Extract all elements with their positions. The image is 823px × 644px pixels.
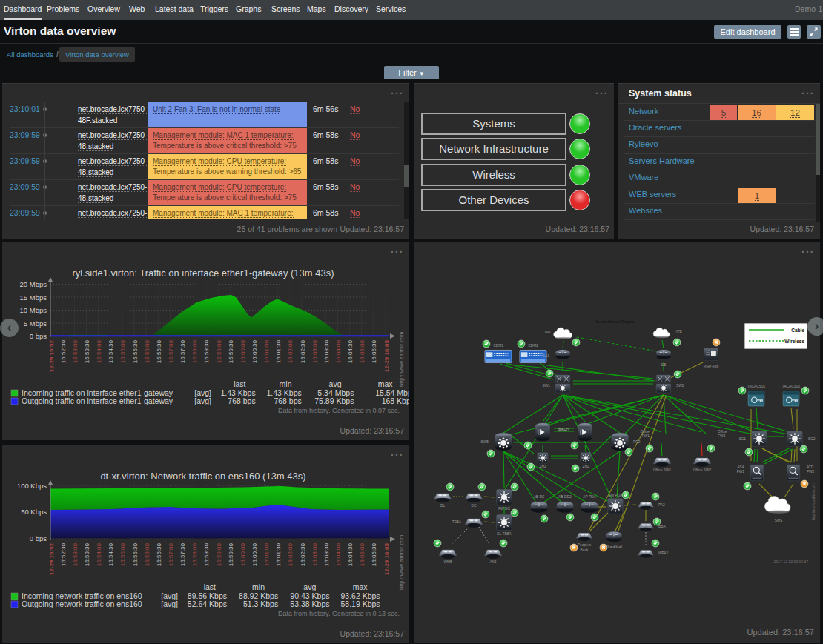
svg-text:16:04:30: 16:04:30 xyxy=(347,339,354,363)
svg-text:51.3 Kbps: 51.3 Kbps xyxy=(243,600,278,608)
svg-text:15 Mbps: 15 Mbps xyxy=(20,293,47,302)
svg-text:15:59:30: 15:59:30 xyxy=(228,542,234,566)
svg-text:15:57:30: 15:57:30 xyxy=(179,339,186,363)
svg-text:768 bps: 768 bps xyxy=(228,396,255,405)
svg-text:15:54:30: 15:54:30 xyxy=(108,339,114,363)
svg-text:SW2: SW2 xyxy=(676,384,684,388)
svg-text:AP PDA: AP PDA xyxy=(583,495,596,499)
svg-text:AB DC: AB DC xyxy=(534,495,545,499)
svg-text:TACACS01: TACACS01 xyxy=(747,385,766,388)
svg-text:Rser-App: Rser-App xyxy=(704,365,719,368)
svg-text:15:54:00: 15:54:00 xyxy=(96,339,102,363)
svg-text:53.38 Kbps: 53.38 Kbps xyxy=(290,600,329,608)
svg-text:20 Mbps: 20 Mbps xyxy=(20,280,47,288)
svg-text:min: min xyxy=(252,582,265,591)
svg-text:PR2: PR2 xyxy=(633,440,641,444)
svg-text:12-29 15:52: 12-29 15:52 xyxy=(48,542,55,575)
svg-text:Overall Network Diagram: Overall Network Diagram xyxy=(595,320,635,324)
svg-text:http://www.zabbix.com: http://www.zabbix.com xyxy=(398,534,405,590)
svg-text:SA1: SA1 xyxy=(543,354,549,358)
svg-text:15:59:00: 15:59:00 xyxy=(216,542,222,566)
svg-text:15:55:30: 15:55:30 xyxy=(132,542,139,566)
svg-text:min: min xyxy=(280,379,292,388)
svg-text:16:00:00: 16:00:00 xyxy=(239,542,246,566)
svg-text:SC2: SC2 xyxy=(808,437,816,441)
svg-text:75.89 Kbps: 75.89 Kbps xyxy=(314,396,354,405)
svg-text:16:04:30: 16:04:30 xyxy=(347,542,354,566)
svg-text:SMS: SMS xyxy=(775,519,782,522)
svg-text:FW DC: FW DC xyxy=(498,507,510,511)
svg-text:SB: SB xyxy=(661,363,666,367)
svg-text:15:56:30: 15:56:30 xyxy=(156,339,162,363)
svg-text:Outgoing network traffic on en: Outgoing network traffic on ens160 xyxy=(22,600,142,608)
svg-text:16:05:30: 16:05:30 xyxy=(371,339,377,363)
svg-text:16:05:30: 16:05:30 xyxy=(371,542,377,566)
svg-text:15:55:30: 15:55:30 xyxy=(132,339,139,363)
svg-text:Office: Office xyxy=(718,430,727,434)
svg-text:16:01:00: 16:01:00 xyxy=(263,542,270,566)
svg-text:15:55:00: 15:55:00 xyxy=(119,542,126,566)
svg-text:PA2: PA2 xyxy=(658,503,665,507)
svg-text:CDM2: CDM2 xyxy=(528,344,538,348)
svg-text:16:02:00: 16:02:00 xyxy=(287,339,294,363)
svg-text:15:57:30: 15:57:30 xyxy=(179,542,186,566)
svg-text:16:00:30: 16:00:30 xyxy=(251,542,258,566)
svg-text:ASA: ASA xyxy=(737,465,744,469)
svg-text:ZH1: ZH1 xyxy=(539,465,546,468)
svg-text:16:05:00: 16:05:00 xyxy=(359,542,366,566)
svg-text:15:56:30: 15:56:30 xyxy=(156,542,162,566)
svg-text:avg: avg xyxy=(329,379,342,388)
svg-text:15:58:30: 15:58:30 xyxy=(203,339,210,363)
svg-text:16:03:30: 16:03:30 xyxy=(323,542,330,566)
svg-text:768 bps: 768 bps xyxy=(274,396,301,405)
svg-text:WM5: WM5 xyxy=(443,560,452,564)
svg-text:16:01:30: 16:01:30 xyxy=(275,339,282,363)
svg-text:ATD: ATD xyxy=(807,465,814,469)
svg-text:15:58:00: 15:58:00 xyxy=(191,542,198,566)
svg-text:16:05:00: 16:05:00 xyxy=(359,339,366,363)
svg-text:BAC2: BAC2 xyxy=(558,428,567,431)
svg-text:People's: People's xyxy=(578,543,592,547)
svg-text:TD5A: TD5A xyxy=(452,520,462,524)
svg-text:last: last xyxy=(204,582,216,591)
svg-text:dt-xr.virton: Network traffic: dt-xr.virton: Network traffic on ens160 … xyxy=(100,471,305,482)
svg-text:58.19 Kbps: 58.19 Kbps xyxy=(340,600,380,608)
svg-text:ZH2: ZH2 xyxy=(582,465,589,468)
svg-text:100 Kbps: 100 Kbps xyxy=(17,482,47,490)
svg-text:16:03:30: 16:03:30 xyxy=(323,339,330,363)
svg-text:Office SW2: Office SW2 xyxy=(693,468,712,472)
svg-text:FW2: FW2 xyxy=(718,434,725,438)
svg-text:12-29 15:52: 12-29 15:52 xyxy=(48,339,55,372)
svg-text:16:01:00: 16:01:00 xyxy=(263,339,270,363)
svg-text:16:04:00: 16:04:00 xyxy=(335,542,342,566)
svg-text:[avg]: [avg] xyxy=(194,396,211,405)
svg-text:16:02:30: 16:02:30 xyxy=(300,339,306,363)
svg-text:16:03:00: 16:03:00 xyxy=(311,542,318,566)
svg-text:http://www.zabbix.com: http://www.zabbix.com xyxy=(398,331,405,387)
svg-text:Data from history. Generated: Data from history. Generated in 0.07 sec… xyxy=(278,407,400,414)
svg-text:15:58:30: 15:58:30 xyxy=(203,542,210,566)
svg-text:0 bps: 0 bps xyxy=(30,534,47,542)
svg-text:15:57:00: 15:57:00 xyxy=(168,542,174,566)
svg-text:Wireless: Wireless xyxy=(784,339,804,344)
svg-text:15:58:00: 15:58:00 xyxy=(191,339,198,363)
svg-text:15:52:30: 15:52:30 xyxy=(60,339,67,363)
svg-text:SW PDA: SW PDA xyxy=(609,494,624,497)
svg-text:WPA2: WPA2 xyxy=(658,551,669,555)
svg-text:Cable: Cable xyxy=(791,328,804,333)
svg-text:15:56:00: 15:56:00 xyxy=(144,339,151,363)
svg-text:15:55:00: 15:55:00 xyxy=(119,339,126,363)
svg-text:BBA: BBA xyxy=(658,525,666,528)
svg-text:15:52:30: 15:52:30 xyxy=(60,542,67,566)
svg-text:DC: DC xyxy=(472,504,477,508)
svg-text:5 Mbps: 5 Mbps xyxy=(24,319,47,328)
svg-text:last: last xyxy=(234,379,245,388)
svg-text:HTB: HTB xyxy=(675,330,682,333)
svg-text:Data from history. Generated: Data from history. Generated in 0.13 sec… xyxy=(278,610,400,617)
svg-text:DAL: DAL xyxy=(545,331,552,334)
svg-text:Office: Office xyxy=(641,430,650,434)
svg-text:ThankMall: ThankMall xyxy=(606,545,622,549)
svg-text:15:54:30: 15:54:30 xyxy=(108,542,114,566)
svg-text:avg: avg xyxy=(303,582,316,591)
svg-text:15:54:00: 15:54:00 xyxy=(96,542,102,566)
